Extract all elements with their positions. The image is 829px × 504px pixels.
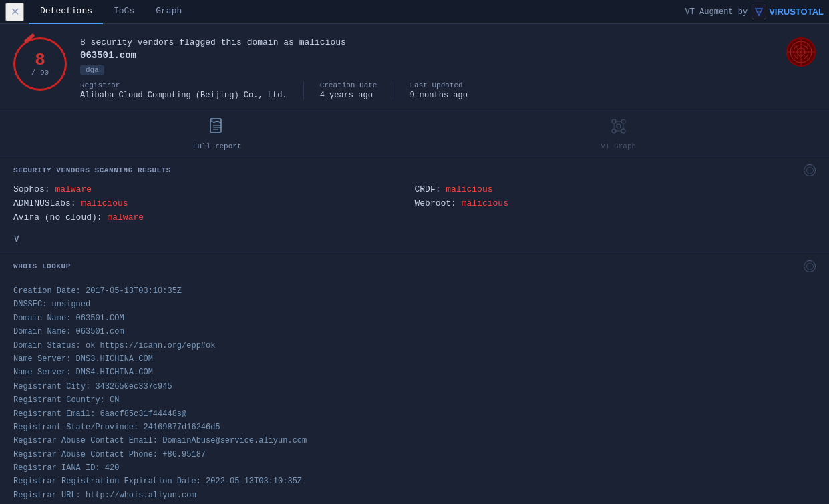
vendor-row-avira: Avira (no cloud): malware bbox=[13, 211, 415, 224]
expand-vendors-button[interactable]: ∨ bbox=[0, 229, 829, 252]
svg-text:Σ: Σ bbox=[210, 118, 213, 123]
domain-name: 063501.com bbox=[80, 50, 773, 61]
header-section: 8 / 90 8 security vendors flagged this d… bbox=[0, 24, 829, 111]
full-report-label: Full report bbox=[193, 142, 242, 150]
last-updated-value: 9 months ago bbox=[409, 91, 467, 100]
full-report-icon: Σ bbox=[208, 117, 226, 140]
nav-tabs: Detections IoCs Graph bbox=[29, 0, 192, 24]
tab-graph[interactable]: Graph bbox=[145, 0, 192, 24]
registrar-value: Alibaba Cloud Computing (Beijing) Co., L… bbox=[80, 91, 287, 100]
last-updated-label: Last Updated bbox=[409, 81, 467, 89]
whois-section: WHOIS LOOKUP ⓘ Creation Date: 2017-05-13… bbox=[0, 252, 829, 504]
avatar-inner bbox=[786, 37, 816, 67]
vendors-grid: Sophos: malware CRDF: malicious ADMINUSL… bbox=[0, 183, 829, 229]
score-circle: 8 / 90 bbox=[13, 37, 67, 91]
augment-label: VT Augment by bbox=[685, 7, 748, 17]
vt-graph-action[interactable]: VT Graph bbox=[601, 117, 636, 150]
action-bar: Σ Full report VT Graph bbox=[0, 111, 829, 156]
vendor-row-sophos: Sophos: malware bbox=[13, 183, 415, 196]
vt-logo: VIRUSTOTAL bbox=[752, 5, 824, 19]
svg-line-24 bbox=[615, 123, 617, 125]
whois-title: WHOIS LOOKUP bbox=[13, 262, 71, 270]
whois-header: WHOIS LOOKUP ⓘ bbox=[0, 252, 829, 279]
header-info: 8 security vendors flagged this domain a… bbox=[80, 37, 773, 100]
last-updated-block: Last Updated 9 months ago bbox=[409, 81, 483, 100]
augment-area: VT Augment by VIRUSTOTAL bbox=[685, 5, 824, 19]
score-indicator bbox=[23, 33, 35, 43]
close-icon: ✕ bbox=[11, 5, 19, 18]
vt-graph-icon bbox=[609, 117, 628, 140]
security-vendors-section: SECURITY VENDORS SCANNING RESULTS ⓘ Soph… bbox=[0, 156, 829, 252]
avatar bbox=[786, 37, 816, 67]
tag-badge: dga bbox=[80, 65, 104, 75]
security-vendors-title: SECURITY VENDORS SCANNING RESULTS bbox=[13, 166, 171, 174]
virustotal-label: VIRUSTOTAL bbox=[769, 7, 824, 17]
expand-icon: ∨ bbox=[13, 232, 20, 245]
whois-content: Creation Date: 2017-05-13T03:10:35Z DNSS… bbox=[0, 279, 829, 504]
vt-graph-label: VT Graph bbox=[601, 142, 636, 150]
score-total: / 90 bbox=[31, 69, 49, 77]
security-vendors-info-icon[interactable]: ⓘ bbox=[804, 164, 816, 176]
flagged-text: 8 security vendors flagged this domain a… bbox=[80, 37, 773, 47]
vendor-row-webroot: Webroot: malicious bbox=[415, 197, 816, 210]
creation-date-value: 4 years ago bbox=[320, 91, 377, 100]
full-report-action[interactable]: Σ Full report bbox=[193, 117, 242, 150]
registrar-block: Registrar Alibaba Cloud Computing (Beiji… bbox=[80, 81, 304, 100]
tab-iocs[interactable]: IoCs bbox=[103, 0, 145, 24]
svg-point-16 bbox=[621, 119, 625, 123]
score-number: 8 bbox=[35, 51, 45, 69]
vendor-row-adminuslabs: ADMINUSLabs: malicious bbox=[13, 197, 415, 210]
registrar-label: Registrar bbox=[80, 81, 287, 89]
vt-logo-icon bbox=[752, 5, 766, 19]
security-vendors-header: SECURITY VENDORS SCANNING RESULTS ⓘ bbox=[0, 156, 829, 183]
tab-detections[interactable]: Detections bbox=[29, 0, 103, 24]
creation-date-label: Creation Date bbox=[320, 81, 377, 89]
creation-date-block: Creation Date 4 years ago bbox=[320, 81, 394, 100]
top-nav: ✕ Detections IoCs Graph VT Augment by VI… bbox=[0, 0, 829, 24]
svg-point-17 bbox=[612, 129, 616, 133]
header-meta: Registrar Alibaba Cloud Computing (Beiji… bbox=[80, 81, 773, 100]
svg-point-18 bbox=[621, 129, 625, 133]
close-button[interactable]: ✕ bbox=[5, 3, 24, 21]
vendor-row-crdf: CRDF: malicious bbox=[415, 183, 816, 196]
whois-info-icon[interactable]: ⓘ bbox=[804, 260, 816, 272]
